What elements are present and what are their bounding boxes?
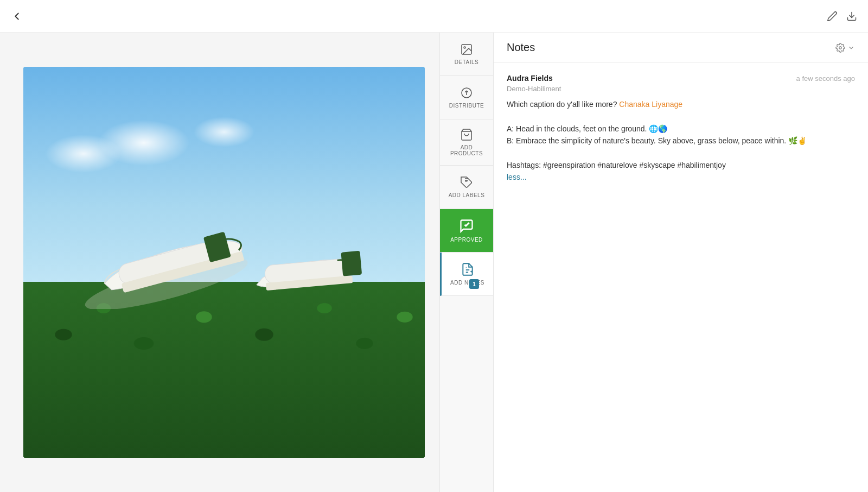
note-author: Audra Fields [507, 74, 553, 83]
chevron-down-icon [847, 44, 855, 52]
sidebar-item-details[interactable]: DETAILS [440, 33, 493, 76]
details-label: DETAILS [455, 59, 478, 65]
edit-button[interactable] [827, 11, 838, 22]
sidebar-item-add-notes[interactable]: ADD NOTES 1 [440, 253, 493, 296]
note-less-link[interactable]: less... [507, 173, 527, 181]
main-content: DETAILS DISTRIBUTE [0, 33, 868, 492]
top-bar-left [11, 10, 23, 22]
sidebar-item-approved[interactable]: APPROVED [440, 209, 493, 253]
distribute-label: DISTRIBUTE [449, 103, 484, 109]
shoe-image [23, 67, 425, 458]
notes-title: Notes [507, 41, 535, 54]
approved-label: APPROVED [450, 237, 483, 243]
note-timestamp: a few seconds ago [796, 74, 855, 83]
svg-point-21 [839, 46, 842, 49]
add-labels-label: ADD LABELS [449, 192, 485, 198]
svg-point-9 [464, 47, 465, 48]
back-button[interactable] [11, 10, 23, 22]
notes-settings-button[interactable] [835, 43, 855, 53]
note-question: Which caption do y'all like more? [507, 100, 619, 109]
add-notes-label: ADD NOTES [450, 280, 484, 286]
notes-panel: Notes Audra Fields a few seconds ago Dem… [494, 33, 868, 492]
note-mention[interactable]: Chanaka Liyanage [619, 100, 682, 109]
shoe-graphic [83, 168, 365, 309]
notes-header: Notes [494, 33, 868, 63]
check-circle-icon [459, 218, 474, 234]
image-panel [0, 33, 439, 492]
download-button[interactable] [846, 11, 857, 22]
note-icon [461, 262, 475, 276]
top-bar [0, 0, 868, 33]
notes-badge: 1 [469, 279, 479, 289]
tag-icon [460, 176, 473, 189]
gear-icon [835, 43, 845, 53]
sidebar-nav: DETAILS DISTRIBUTE [439, 33, 494, 492]
notes-body: Audra Fields a few seconds ago Demo-Habi… [494, 63, 868, 492]
note-hashtags: Hashtags: #greenspiration #naturelove #s… [507, 161, 726, 169]
note-source: Demo-Habiliment [507, 85, 855, 93]
note-option-a: A: Head in the clouds, feet on the groun… [507, 124, 667, 133]
note-content: Which caption do y'all like more? Chanak… [507, 98, 855, 184]
svg-rect-7 [341, 251, 362, 276]
top-bar-right [827, 11, 857, 22]
note-option-b: B: Embrace the simplicity of nature's be… [507, 136, 807, 145]
add-products-label: ADD PRODUCTS [444, 144, 489, 156]
image-icon [460, 43, 473, 56]
bag-icon [460, 128, 473, 141]
note-meta: Audra Fields a few seconds ago [507, 74, 855, 83]
share-icon [460, 86, 473, 99]
sidebar-item-add-labels[interactable]: ADD LABELS [440, 166, 493, 209]
sidebar-item-distribute[interactable]: DISTRIBUTE [440, 76, 493, 119]
sidebar-item-add-products[interactable]: ADD PRODUCTS [440, 119, 493, 166]
